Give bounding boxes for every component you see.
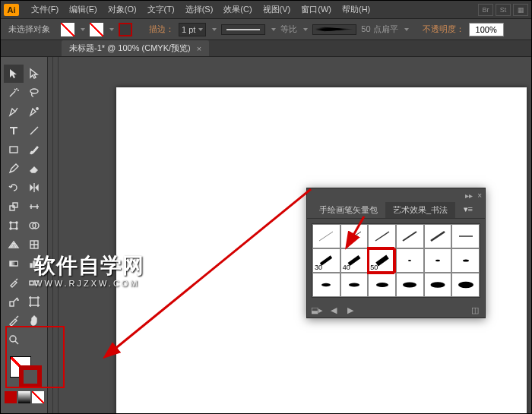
brush-item[interactable] [424, 248, 452, 273]
toggle-fill-stroke[interactable] [24, 330, 44, 349]
brush-item[interactable]: 40 [340, 248, 369, 273]
opacity-input[interactable] [469, 23, 504, 36]
stroke-weight-input[interactable]: 1 pt [179, 23, 206, 36]
stroke-style-dropdown-icon[interactable] [271, 28, 276, 31]
panel-menu-icon[interactable]: ▾≡ [456, 202, 480, 218]
stroke-profile-dropdown-icon[interactable] [303, 28, 308, 31]
pencil-tool[interactable] [4, 160, 24, 178]
document-tab-close-icon[interactable]: × [197, 44, 201, 53]
menu-edit[interactable]: 编辑(E) [69, 4, 97, 15]
svg-line-23 [347, 232, 361, 241]
magic-wand-tool[interactable] [4, 84, 24, 102]
svg-rect-2 [10, 147, 17, 153]
svg-point-32 [435, 260, 440, 262]
brush-tab-handdrawn[interactable]: 手绘画笔矢量包 [312, 202, 385, 218]
panel-divider[interactable] [52, 57, 59, 413]
arrange-icon[interactable]: ▦ [513, 4, 528, 16]
brush-item[interactable] [396, 248, 424, 273]
brush-new-icon[interactable]: ◫ [470, 305, 480, 315]
brush-item[interactable] [340, 224, 369, 248]
line-tool[interactable] [24, 122, 44, 140]
brush-item[interactable] [312, 273, 340, 297]
scale-tool[interactable] [4, 198, 24, 216]
brush-item[interactable] [424, 273, 452, 297]
selection-tool[interactable] [4, 65, 24, 83]
brush-item[interactable] [451, 224, 480, 248]
menu-bar: Ai 文件(F) 编辑(E) 对象(O) 文字(T) 选择(S) 效果(C) 视… [1, 1, 531, 19]
perspective-grid-tool[interactable] [4, 235, 24, 254]
brush-item[interactable] [396, 273, 424, 297]
stroke-menu-icon[interactable] [212, 28, 217, 31]
menu-file[interactable]: 文件(F) [31, 4, 59, 15]
panel-collapse-icon[interactable]: ▸▸ [465, 191, 473, 200]
selection-status: 未选择对象 [8, 24, 50, 35]
zoom-tool[interactable] [4, 330, 24, 349]
rotate-tool[interactable] [4, 179, 24, 197]
slice-tool[interactable] [4, 311, 24, 330]
fill-swatch-none[interactable] [61, 23, 74, 36]
brush-item[interactable] [451, 248, 480, 273]
width-tool[interactable] [24, 198, 44, 216]
stroke-style-preview[interactable] [221, 24, 265, 35]
brush-next-icon[interactable]: ▶ [345, 305, 356, 315]
brush-item[interactable] [451, 273, 480, 297]
symbol-sprayer-tool[interactable] [4, 292, 24, 311]
watermark: 软件自学网 WWW.RJZXW.COM [34, 251, 144, 288]
direct-selection-tool[interactable] [24, 65, 44, 83]
artboard-tool[interactable] [24, 292, 44, 311]
lasso-tool[interactable] [24, 84, 44, 102]
color-mode-solid[interactable] [5, 391, 17, 403]
brush-tab-calligraphic[interactable]: 艺术效果_书法 [385, 202, 455, 218]
brush-item[interactable] [340, 273, 369, 297]
gradient-tool[interactable] [4, 254, 24, 273]
brush-definition-preview[interactable] [312, 24, 356, 35]
reflect-tool[interactable] [24, 179, 44, 197]
menu-object[interactable]: 对象(O) [108, 4, 137, 15]
svg-point-36 [376, 283, 388, 287]
svg-rect-19 [10, 302, 14, 306]
eyedropper-tool[interactable] [4, 273, 24, 292]
brushes-panel[interactable]: ▸▸ × 手绘画笔矢量包 艺术效果_书法 ▾≡ 30 40 50 [306, 188, 486, 318]
bridge-icon[interactable]: Br [478, 4, 493, 16]
panel-close-icon[interactable]: × [477, 191, 482, 200]
color-mode-none[interactable] [32, 391, 44, 403]
brush-item[interactable]: 30 [312, 248, 340, 273]
menu-view[interactable]: 视图(V) [263, 4, 291, 15]
brush-item[interactable] [312, 224, 340, 248]
hand-tool[interactable] [24, 311, 44, 330]
stroke-label[interactable]: 描边： [149, 24, 174, 35]
fill-stroke-indicator[interactable] [7, 353, 42, 388]
svg-point-34 [321, 283, 331, 286]
stroke-swatch-none[interactable] [90, 23, 103, 36]
stroke-dropdown-icon[interactable] [109, 28, 114, 31]
menu-help[interactable]: 帮助(H) [342, 4, 370, 15]
document-tab[interactable]: 未标题-1* @ 100% (CMYK/预览) × [62, 40, 209, 56]
free-transform-tool[interactable] [4, 216, 24, 235]
brush-item[interactable] [396, 224, 424, 248]
rectangle-tool[interactable] [4, 141, 24, 159]
brush-item-selected[interactable]: 50 [368, 248, 396, 273]
brush-item[interactable] [368, 273, 396, 297]
brush-libraries-icon[interactable]: ⬓▸ [312, 305, 322, 315]
brush-item[interactable] [424, 224, 452, 248]
curvature-tool[interactable] [24, 103, 44, 121]
stroke-indicator[interactable] [19, 365, 42, 388]
type-tool[interactable] [4, 122, 24, 140]
menu-effect[interactable]: 效果(C) [223, 4, 252, 15]
svg-point-35 [349, 283, 359, 286]
stock-icon[interactable]: St [496, 4, 511, 16]
fill-dropdown-icon[interactable] [81, 28, 85, 31]
menu-type[interactable]: 文字(T) [147, 4, 175, 15]
stroke-swatch-red[interactable] [119, 23, 132, 36]
paintbrush-tool[interactable] [24, 141, 44, 159]
opacity-label[interactable]: 不透明度： [423, 24, 464, 35]
pen-tool[interactable] [4, 103, 24, 121]
color-mode-gradient[interactable] [18, 391, 30, 403]
shape-builder-tool[interactable] [24, 216, 44, 235]
brush-item[interactable] [368, 224, 396, 248]
menu-select[interactable]: 选择(S) [185, 4, 214, 15]
eraser-tool[interactable] [24, 160, 44, 178]
brush-definition-dropdown-icon[interactable] [404, 28, 409, 31]
menu-window[interactable]: 窗口(W) [301, 4, 331, 15]
brush-prev-icon[interactable]: ◀ [328, 305, 339, 315]
